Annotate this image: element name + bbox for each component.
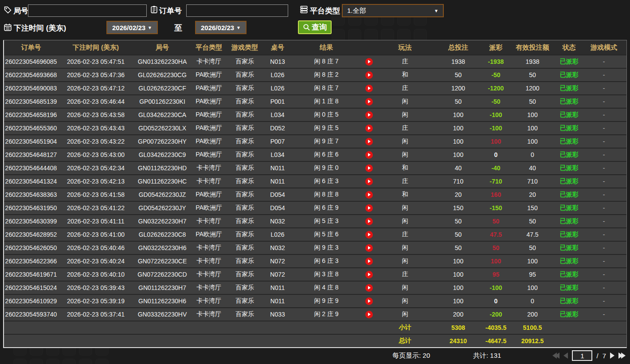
table-row: 260223054644408 2026-02-23 05:42:34 GN01… xyxy=(4,161,626,174)
cell-bet-type: 闲 xyxy=(377,111,433,119)
cell-total-bet: 100 xyxy=(433,297,484,305)
cell-platform: 卡卡湾厅 xyxy=(191,284,227,292)
cell-status: 已派彩 xyxy=(557,71,581,79)
cell-bet-time: 2026-02-23 05:40:10 xyxy=(58,271,133,278)
cell-result: 闲 6 庄 3 xyxy=(292,177,360,185)
cell-payout: -1200 xyxy=(484,85,508,92)
cell-table-no: N011 xyxy=(263,164,292,172)
cell-game-no: GN013262230HA xyxy=(133,58,191,65)
cell-valid-bet: 95 xyxy=(508,271,557,278)
cell-total-bet: 100 xyxy=(433,111,484,118)
cell-game-type: 百家乐 xyxy=(227,204,263,212)
video-replay-button[interactable] xyxy=(360,177,377,185)
video-replay-button[interactable] xyxy=(360,217,377,225)
total-count-text: 共计: 131 xyxy=(473,352,501,360)
cell-bet-time: 2026-02-23 05:42:34 xyxy=(58,164,133,172)
order-no-input[interactable] xyxy=(186,4,288,17)
video-replay-button[interactable] xyxy=(360,297,377,305)
video-replay-button[interactable] xyxy=(360,84,377,92)
date-to-value: 2026/02/23 xyxy=(201,24,234,31)
video-replay-button[interactable] xyxy=(360,284,377,292)
cell-bet-type: 闲 xyxy=(377,137,433,145)
video-replay-button[interactable] xyxy=(360,58,377,66)
video-replay-button[interactable] xyxy=(360,310,377,318)
chevron-down-icon: ▼ xyxy=(148,25,152,30)
search-button[interactable]: 查询 xyxy=(298,20,332,34)
next-page-button[interactable] xyxy=(610,352,614,359)
previous-page-button[interactable] xyxy=(563,352,568,359)
video-replay-button[interactable] xyxy=(360,231,377,239)
table-row: 260223054628952 2026-02-23 05:41:00 GL02… xyxy=(4,227,626,241)
cell-game-mode: - xyxy=(581,218,626,225)
cell-game-no: GD054262230JY xyxy=(133,204,191,211)
cell-platform: PA欧洲厅 xyxy=(191,151,227,159)
platform-type-select[interactable]: 1.全部 ▼ xyxy=(342,4,444,17)
video-replay-button[interactable] xyxy=(360,164,377,172)
video-replay-button[interactable] xyxy=(360,151,377,159)
cell-table-no: N032 xyxy=(263,244,292,251)
last-page-button[interactable] xyxy=(618,352,626,359)
cell-valid-bet: 50 xyxy=(508,98,557,105)
video-replay-button[interactable] xyxy=(360,71,377,79)
video-replay-button[interactable] xyxy=(360,191,377,199)
play-icon xyxy=(365,58,373,66)
header-total-bet: 总投注 xyxy=(433,43,484,52)
cell-order-id: 260223054638363 xyxy=(4,191,58,198)
cell-game-type: 百家乐 xyxy=(227,111,263,119)
cell-game-mode: - xyxy=(581,111,626,118)
header-table-no: 桌号 xyxy=(263,43,292,52)
cell-result: 闲 0 庄 5 xyxy=(292,111,360,119)
cell-bet-time: 2026-02-23 05:41:11 xyxy=(58,218,133,225)
cell-payout: 0 xyxy=(484,151,508,158)
video-replay-button[interactable] xyxy=(360,204,377,212)
date-to-picker[interactable]: 2026/02/23 ▼ xyxy=(195,21,247,34)
cell-bet-type: 和 xyxy=(377,191,433,199)
cell-table-no: N032 xyxy=(263,218,292,225)
cell-table-no: L034 xyxy=(263,111,292,118)
first-page-button[interactable] xyxy=(552,352,560,359)
cell-game-mode: - xyxy=(581,125,626,132)
cell-payout: -40 xyxy=(484,164,508,172)
cell-valid-bet: 40 xyxy=(508,164,557,172)
subtotal-row: 小计 5308 -4035.5 5100.5 xyxy=(4,321,626,334)
cell-bet-type: 闲 xyxy=(377,310,433,318)
cell-order-id: 260223054651904 xyxy=(4,138,58,145)
play-icon xyxy=(365,258,373,265)
cell-table-no: L026 xyxy=(263,85,292,92)
cell-total-bet: 100 xyxy=(433,125,484,132)
cell-order-id: 260223054628952 xyxy=(4,231,58,238)
video-replay-button[interactable] xyxy=(360,244,377,252)
video-replay-button[interactable] xyxy=(360,137,377,145)
cell-game-type: 百家乐 xyxy=(227,137,263,145)
header-bet-type: 玩法 xyxy=(377,43,433,52)
cell-bet-type: 庄 xyxy=(377,177,433,185)
pager-controls: / 7 xyxy=(552,350,626,361)
cell-game-mode: - xyxy=(581,151,626,158)
cell-bet-type: 庄 xyxy=(377,231,433,239)
page-number-input[interactable] xyxy=(572,350,592,361)
chevron-down-icon: ▼ xyxy=(434,8,438,13)
search-icon xyxy=(303,23,310,31)
cell-payout: 100 xyxy=(484,258,508,265)
cell-valid-bet: 100 xyxy=(508,138,557,145)
date-from-picker[interactable]: 2026/02/23 ▼ xyxy=(106,21,158,34)
cell-platform: 卡卡湾厅 xyxy=(191,164,227,172)
cell-game-mode: - xyxy=(581,98,626,105)
video-replay-button[interactable] xyxy=(360,257,377,265)
video-replay-button[interactable] xyxy=(360,111,377,119)
table-row: 260223054638363 2026-02-23 05:41:58 GD05… xyxy=(4,188,626,201)
cell-game-mode: - xyxy=(581,58,626,65)
video-replay-button[interactable] xyxy=(360,98,377,106)
play-icon xyxy=(365,231,373,239)
cell-platform: PA欧洲厅 xyxy=(191,98,227,106)
cell-result: 闲 6 庄 6 xyxy=(292,151,360,159)
game-no-input[interactable] xyxy=(28,4,147,17)
video-replay-button[interactable] xyxy=(360,270,377,278)
cell-bet-time: 2026-02-23 05:40:24 xyxy=(58,258,133,265)
cell-order-id: 260223054693668 xyxy=(4,71,58,78)
cell-game-mode: - xyxy=(581,271,626,278)
cell-bet-type: 闲 xyxy=(377,151,433,159)
video-replay-button[interactable] xyxy=(360,124,377,132)
header-valid-bet: 有效投注额 xyxy=(508,43,557,52)
cell-game-type: 百家乐 xyxy=(227,124,263,132)
